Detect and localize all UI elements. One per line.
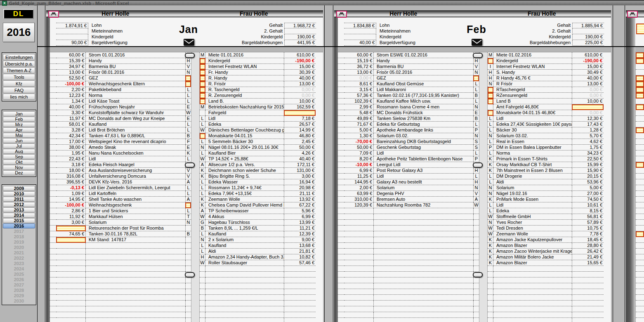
category-cell[interactable] [488, 104, 493, 110]
category-cell[interactable] [473, 220, 479, 226]
category-cell[interactable] [473, 254, 479, 260]
label-cell[interactable]: Edeka 7,96€ +13,15€ [205, 191, 284, 197]
year-button-2010[interactable]: 2010 [3, 191, 35, 196]
amount-cell[interactable]: 13,00 € [284, 81, 316, 87]
category-cell[interactable]: L [200, 122, 205, 127]
warning-cell[interactable] [56, 237, 86, 243]
amount-cell[interactable] [284, 295, 316, 301]
warning-cell[interactable] [185, 81, 191, 87]
category-cell[interactable]: N [488, 185, 493, 191]
amount-cell[interactable] [284, 318, 316, 322]
amount-cell[interactable] [344, 260, 374, 266]
divider-toggle-button[interactable] [185, 162, 195, 168]
label-cell[interactable]: Tanken 30.01.16 78,82L [86, 231, 185, 237]
amount-cell[interactable] [344, 249, 374, 254]
category-cell[interactable]: N [488, 81, 493, 87]
amount-cell[interactable] [56, 312, 86, 318]
category-cell[interactable]: K [488, 162, 493, 168]
label-cell[interactable]: Nägel 08.01.16 20€+ 29.01.16 30€ [205, 145, 284, 150]
label-cell[interactable] [374, 208, 473, 214]
category-cell[interactable]: L [185, 127, 191, 133]
amount-cell[interactable]: 20,15 € [572, 174, 604, 179]
warning-cell[interactable] [56, 226, 86, 231]
category-cell[interactable]: W [488, 231, 493, 237]
amount-cell[interactable]: 7,18 € [284, 116, 316, 122]
amount-cell[interactable]: 12,30 € [572, 116, 604, 122]
amount-cell[interactable]: 11,97 € [56, 116, 86, 122]
category-cell[interactable]: K [488, 168, 493, 174]
category-cell[interactable] [473, 283, 479, 289]
label-cell[interactable]: Stoffmeile GmbH [493, 214, 572, 220]
warning-cell[interactable] [200, 58, 205, 64]
year-button-2009[interactable]: 2009 [3, 186, 35, 191]
category-cell[interactable]: L [200, 185, 205, 191]
category-cell[interactable]: S [473, 145, 479, 150]
amount-cell[interactable]: 40,00 € [572, 75, 604, 81]
amount-cell[interactable]: 3,00 € [284, 174, 316, 179]
amount-cell[interactable] [344, 266, 374, 272]
amount-cell[interactable]: 0,00 € [284, 87, 316, 93]
label-cell[interactable]: Norma [493, 150, 572, 156]
nav-button-faq[interactable]: FAQ [3, 87, 35, 93]
category-cell[interactable]: V [473, 191, 479, 197]
amount-cell[interactable]: -0,13 € [56, 185, 86, 191]
nav-button-tools[interactable]: Tools [3, 74, 35, 80]
label-cell[interactable]: Edeka [205, 122, 284, 127]
amount-cell[interactable] [572, 306, 604, 312]
category-cell[interactable] [185, 289, 191, 295]
amount-cell[interactable]: 0,00 € [572, 110, 604, 116]
amount-cell[interactable]: 15,00 € [572, 64, 604, 70]
amount-cell[interactable]: 11,92 € [56, 214, 86, 220]
category-cell[interactable]: L [488, 122, 493, 127]
amount-cell[interactable]: 26,57 € [284, 122, 316, 127]
amount-cell[interactable]: 610,00 € [284, 52, 316, 58]
month-button-feb[interactable]: Feb [3, 117, 35, 122]
category-cell[interactable]: W [488, 214, 493, 220]
label-cell[interactable] [86, 254, 185, 260]
category-cell[interactable] [200, 266, 205, 272]
amount-cell[interactable]: 2,20 € [56, 87, 86, 93]
category-cell[interactable] [488, 306, 493, 312]
label-cell[interactable]: Barmenia BU [374, 64, 473, 70]
label-cell[interactable] [205, 266, 284, 272]
category-cell[interactable]: L [488, 174, 493, 179]
category-cell[interactable]: L [200, 150, 205, 156]
amount-cell[interactable]: 1,28 € [572, 127, 604, 133]
category-cell[interactable]: L [200, 249, 205, 254]
category-cell[interactable] [488, 318, 493, 322]
label-cell[interactable]: Deichmann schon wieder Schuhe [205, 168, 284, 174]
amount-cell[interactable] [344, 220, 374, 226]
label-cell[interactable]: Allsecure 1/2 p.a. Vers. [205, 162, 284, 168]
amount-cell[interactable]: 144,95 € [344, 179, 374, 185]
amount-cell[interactable]: 10,00 € [284, 99, 316, 104]
label-cell[interactable]: Retourenschein der Post für Roomba [86, 226, 185, 231]
category-cell[interactable]: B [200, 226, 205, 231]
warning-cell[interactable] [284, 110, 316, 116]
category-cell[interactable]: L [185, 87, 191, 93]
label-cell[interactable]: Weltspiegel Kino the revenant dicaprio [86, 139, 185, 145]
income-value-cell[interactable] [344, 28, 376, 34]
amount-cell[interactable]: 11,21 € [284, 226, 316, 231]
label-cell[interactable]: R. Handy [205, 75, 284, 81]
divider-toggle-button[interactable] [473, 272, 483, 277]
category-cell[interactable]: H [488, 70, 493, 75]
amount-cell[interactable]: 162,59 € [284, 104, 316, 110]
amount-cell[interactable] [344, 208, 374, 214]
amount-cell[interactable]: 14,95 € [56, 197, 86, 202]
label-cell[interactable]: Amazon Zacoo Winterjacke mit Kragen [493, 249, 572, 254]
category-cell[interactable]: L [200, 116, 205, 122]
amount-cell[interactable]: 11,25 € [344, 174, 374, 179]
warning-cell[interactable] [200, 75, 205, 81]
category-cell[interactable] [473, 214, 479, 220]
label-cell[interactable]: Apotheke Peitz Tabletten Ellenbogen Nase [374, 156, 473, 162]
category-cell[interactable]: N [185, 70, 191, 75]
amount-cell[interactable]: 4,62 € [572, 139, 604, 145]
amount-cell[interactable]: 71,67 € [344, 122, 374, 127]
amount-cell[interactable]: 49,89 € [344, 116, 374, 122]
category-cell[interactable]: M [200, 52, 205, 58]
amount-cell[interactable] [56, 295, 86, 301]
amount-cell[interactable]: -190,00 € [572, 58, 604, 64]
label-cell[interactable] [205, 277, 284, 283]
category-cell[interactable]: L [488, 139, 493, 145]
label-cell[interactable] [86, 243, 185, 249]
